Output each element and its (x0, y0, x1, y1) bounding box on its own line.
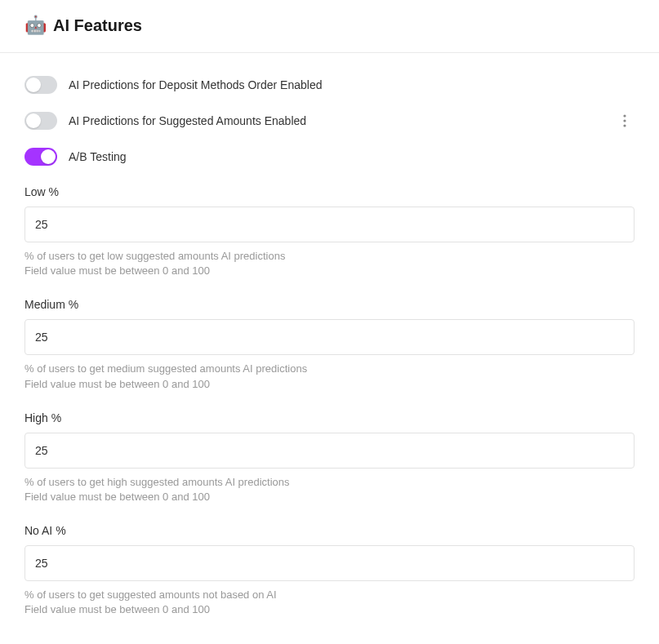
svg-point-2 (623, 124, 626, 127)
content-area: AI Predictions for Deposit Methods Order… (0, 53, 659, 642)
more-options-button[interactable] (615, 111, 635, 131)
medium-percent-input[interactable] (24, 319, 635, 355)
help-text: % of users to get low suggested amounts … (24, 249, 635, 264)
toggle-label-abtest: A/B Testing (69, 150, 127, 163)
field-help-medium: % of users to get medium suggested amoun… (24, 362, 635, 391)
field-group-high: High % % of users to get high suggested … (24, 411, 635, 504)
toggle-ab-testing[interactable] (24, 148, 57, 166)
svg-point-0 (623, 114, 626, 117)
page-title: AI Features (53, 16, 142, 35)
toggle-label-deposit: AI Predictions for Deposit Methods Order… (69, 78, 323, 91)
help-text: Field value must be between 0 and 100 (24, 490, 635, 504)
help-text: % of users to get medium suggested amoun… (24, 362, 635, 376)
field-group-low: Low % % of users to get low suggested am… (24, 185, 635, 278)
field-group-medium: Medium % % of users to get medium sugges… (24, 298, 635, 391)
field-label-low: Low % (24, 185, 635, 198)
page-header: 🤖 AI Features (0, 0, 659, 53)
toggle-label-suggested: AI Predictions for Suggested Amounts Ena… (69, 114, 306, 127)
svg-point-1 (623, 119, 626, 122)
toggle-row-deposit: AI Predictions for Deposit Methods Order… (24, 76, 635, 94)
field-group-noai: No AI % % of users to get suggested amou… (24, 524, 635, 617)
field-label-medium: Medium % (24, 298, 635, 311)
help-text: % of users to get high suggested amounts… (24, 475, 635, 490)
toggle-knob (41, 149, 56, 164)
field-label-high: High % (24, 411, 635, 424)
low-percent-input[interactable] (24, 207, 635, 242)
toggle-deposit-methods[interactable] (24, 76, 57, 94)
field-help-high: % of users to get high suggested amounts… (24, 475, 635, 504)
robot-icon: 🤖 (24, 15, 47, 36)
field-label-noai: No AI % (24, 524, 635, 537)
toggle-knob (26, 113, 41, 128)
help-text: Field value must be between 0 and 100 (24, 377, 635, 392)
toggle-knob (26, 78, 41, 92)
toggle-row-suggested: AI Predictions for Suggested Amounts Ena… (24, 112, 635, 130)
high-percent-input[interactable] (24, 433, 635, 469)
noai-percent-input[interactable] (24, 545, 635, 581)
help-text: % of users to get suggested amounts not … (24, 588, 635, 602)
help-text: Field value must be between 0 and 100 (24, 602, 635, 617)
more-vertical-icon (623, 114, 626, 127)
help-text: Field value must be between 0 and 100 (24, 264, 635, 278)
field-help-noai: % of users to get suggested amounts not … (24, 588, 635, 617)
toggle-row-abtest: A/B Testing (24, 148, 635, 166)
toggle-suggested-amounts[interactable] (24, 112, 57, 130)
field-help-low: % of users to get low suggested amounts … (24, 249, 635, 278)
